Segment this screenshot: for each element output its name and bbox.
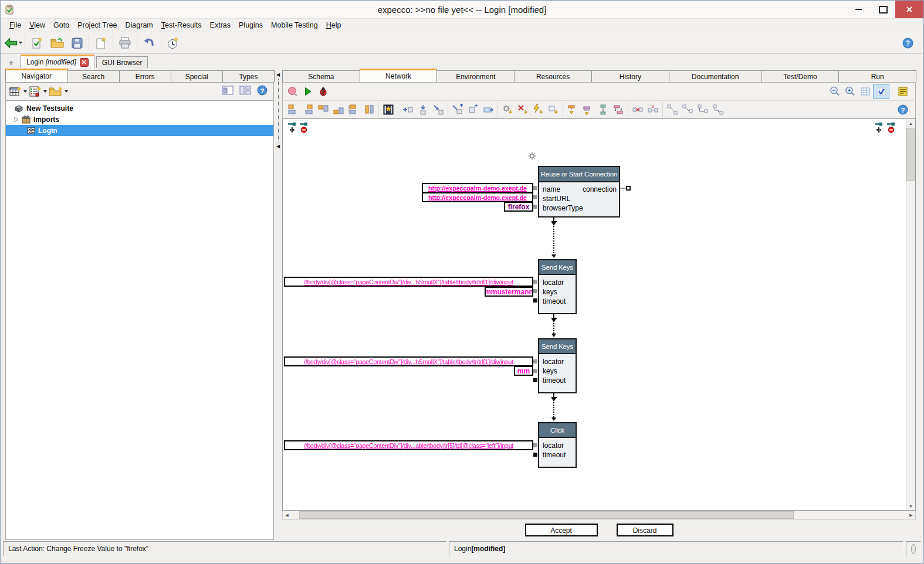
output-pin-connector[interactable] <box>626 186 631 191</box>
tab-login[interactable]: Login [modified] <box>21 55 94 68</box>
align-left-button[interactable] <box>285 103 300 117</box>
network-help-button[interactable]: ? <box>895 103 911 117</box>
accept-button[interactable]: Accept <box>525 524 598 536</box>
value-box-locator[interactable]: //body/div[@class="pageContentDiv"]/div.… <box>284 277 533 287</box>
menu-help[interactable]: Help <box>322 20 346 30</box>
block-title[interactable]: Send Keys <box>539 260 576 275</box>
print-button[interactable] <box>115 34 135 52</box>
tab-types[interactable]: Types <box>222 70 275 82</box>
menu-goto[interactable]: Goto <box>49 20 73 30</box>
pin-connector[interactable] <box>533 205 537 209</box>
collapse-left-icon[interactable]: ◀ <box>276 73 280 77</box>
pin-connector[interactable] <box>533 378 537 382</box>
add-compound-button[interactable] <box>465 103 480 117</box>
align-bottom-button[interactable] <box>331 103 346 117</box>
tab-special[interactable]: Special <box>171 70 223 82</box>
tree-item-login[interactable]: Login <box>6 125 273 136</box>
collapse-left-icon[interactable]: ◀ <box>276 144 280 149</box>
align-top-button[interactable] <box>316 103 331 117</box>
value-box-starturl[interactable]: http://expeccoalm-demo.exept.de <box>422 192 533 202</box>
discard-button[interactable]: Discard <box>617 524 673 536</box>
input-pin-marker-icon[interactable] <box>287 122 297 133</box>
scroll-left-icon[interactable]: ◀ <box>283 511 291 519</box>
tab-schema[interactable]: Schema <box>282 70 360 82</box>
tab-environment[interactable]: Environment <box>436 70 515 82</box>
show-sidebar-button[interactable] <box>222 86 233 97</box>
value-box-locator[interactable]: //body/div[@class="pageContentDiv"]/div.… <box>284 356 533 366</box>
reconnect-button[interactable]: 2 <box>645 103 661 117</box>
tree-item-testsuite[interactable]: New Testsuite <box>6 103 273 114</box>
pin-connector[interactable] <box>533 280 537 284</box>
quick-generate-button[interactable] <box>530 103 546 117</box>
stop-pin-marker-icon[interactable] <box>299 122 309 133</box>
tab-search[interactable]: Search <box>67 70 120 82</box>
menu-test-results[interactable]: Test-Results <box>157 20 206 30</box>
align-hcenter-button[interactable] <box>361 103 377 117</box>
tab-documentation[interactable]: Documentation <box>669 70 762 82</box>
new-folder-button[interactable] <box>48 83 68 100</box>
block-title[interactable]: Click <box>539 423 576 438</box>
remove-connections-button[interactable] <box>630 103 645 117</box>
tab-gui-browser[interactable]: GUI Browser <box>96 56 148 68</box>
run-button[interactable] <box>300 84 316 98</box>
tree-item-imports[interactable]: Imports <box>6 114 273 125</box>
fit-height-button[interactable] <box>595 103 611 117</box>
pin-connector[interactable] <box>533 186 537 190</box>
menu-extras[interactable]: Extras <box>206 20 235 30</box>
step-block-send-keys-1[interactable]: Send Keys locator keys timeout <box>538 259 577 314</box>
save-button[interactable] <box>67 34 87 52</box>
tab-test-demo[interactable]: Test/Demo <box>761 70 840 82</box>
step-block-click[interactable]: Click locator timeout <box>538 422 577 468</box>
stop-pin-marker-icon[interactable] <box>886 122 896 133</box>
close-icon[interactable] <box>895 1 923 18</box>
connector-double-elbow-button[interactable] <box>710 103 726 117</box>
value-box-name[interactable]: http://expeccoalm-demo.exept.de <box>422 183 533 193</box>
canvas-horizontal-scrollbar[interactable]: ◀ ▶ <box>282 511 916 520</box>
back-button[interactable] <box>3 34 23 52</box>
tab-network[interactable]: Network <box>360 69 438 82</box>
history-tool-button[interactable] <box>163 34 183 52</box>
block-title[interactable]: Reuse or Start Connection <box>539 167 619 182</box>
scroll-up-icon[interactable]: ▲ <box>906 119 915 127</box>
generate-action-button[interactable] <box>500 103 515 117</box>
pin-connector[interactable] <box>533 443 537 447</box>
horizontal-scroll-thumb[interactable] <box>299 511 794 519</box>
pin-connector[interactable] <box>533 369 537 373</box>
step-block-send-keys-2[interactable]: Send Keys locator keys timeout <box>538 338 577 393</box>
value-box-keys[interactable]: mmustermann <box>485 287 533 297</box>
pin-connector[interactable] <box>533 289 537 293</box>
snap-to-grid-button[interactable] <box>873 84 889 99</box>
zoom-in-button[interactable] <box>842 84 858 98</box>
debug-button[interactable] <box>316 84 331 98</box>
menu-project-tree[interactable]: Project Tree <box>73 20 121 30</box>
maximize-icon[interactable] <box>871 1 895 18</box>
connector-diag-elbow-button[interactable] <box>680 103 695 117</box>
check-suite-button[interactable] <box>27 34 47 52</box>
pin-connector[interactable] <box>533 298 537 303</box>
add-inline-button[interactable] <box>480 103 496 117</box>
step-block-reuse-or-start-connection[interactable]: Reuse or Start Connection nameconnection… <box>538 166 620 218</box>
zoom-out-button[interactable] <box>827 84 842 98</box>
move-down-button[interactable] <box>415 103 431 117</box>
undo-button[interactable] <box>139 34 159 52</box>
minimize-icon[interactable] <box>846 1 871 18</box>
tab-navigator[interactable]: Navigator <box>5 69 68 82</box>
help-button[interactable]: ? <box>898 34 918 52</box>
align-right-button[interactable] <box>300 103 316 117</box>
pin-bottom-button[interactable] <box>580 103 595 117</box>
block-title[interactable]: Send Keys <box>539 339 576 354</box>
tab-resources[interactable]: Resources <box>514 70 592 82</box>
tab-errors[interactable]: Errors <box>119 70 171 82</box>
diagram-canvas[interactable]: Reuse or Start Connection nameconnection… <box>283 119 906 510</box>
tab-history[interactable]: History <box>591 70 669 82</box>
export-action-button[interactable] <box>546 103 561 117</box>
open-button[interactable] <box>47 34 67 52</box>
pin-connector[interactable] <box>533 359 537 363</box>
log-view-button[interactable] <box>895 84 911 98</box>
vertical-scroll-thumb[interactable] <box>906 128 915 181</box>
canvas-vertical-scrollbar[interactable]: ▲ ▼ <box>906 119 915 510</box>
move-out-button[interactable] <box>431 103 446 117</box>
record-button[interactable] <box>285 84 300 98</box>
pin-connector[interactable] <box>533 195 537 199</box>
split-view-button[interactable] <box>239 86 251 97</box>
